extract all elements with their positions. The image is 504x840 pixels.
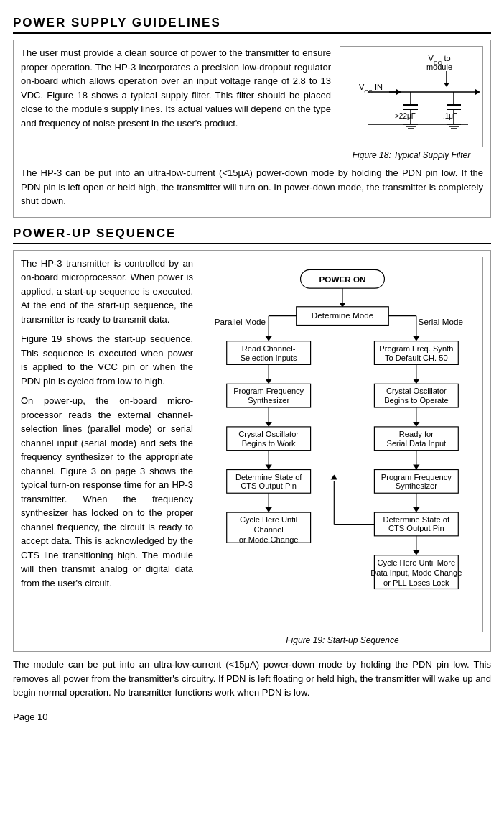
powerup-two-col: The HP-3 transmitter is controlled by an… xyxy=(21,257,483,646)
powerup-p2: Figure 19 shows the start-up sequence. T… xyxy=(21,332,193,388)
supply-filter-diagram: VCC to module VCC IN xyxy=(340,46,483,147)
svg-marker-79 xyxy=(413,464,419,469)
svg-marker-50 xyxy=(265,421,271,426)
svg-text:Parallel Mode: Parallel Mode xyxy=(215,317,266,326)
svg-text:Program Freq. Synth: Program Freq. Synth xyxy=(379,343,453,352)
supply-filter-caption: Figure 18: Typical Supply Filter xyxy=(340,150,483,160)
svg-text:>22μF: >22μF xyxy=(395,112,416,120)
svg-text:CTS Output Pin: CTS Output Pin xyxy=(241,481,297,490)
svg-text:Selection Inputs: Selection Inputs xyxy=(241,353,297,361)
svg-marker-40 xyxy=(413,336,419,341)
svg-text:Cycle Here Until More: Cycle Here Until More xyxy=(378,558,456,566)
svg-text:Program Frequency: Program Frequency xyxy=(381,472,452,481)
svg-text:Ready for: Ready for xyxy=(399,429,434,438)
svg-text:module: module xyxy=(426,63,452,71)
svg-text:Determine State of: Determine State of xyxy=(383,515,450,524)
svg-marker-69 xyxy=(413,379,419,384)
svg-text:Begins to Work: Begins to Work xyxy=(242,438,296,447)
svg-marker-45 xyxy=(265,379,271,384)
svg-text:Synthesizer: Synthesizer xyxy=(248,396,289,405)
powerup-para-after: The module can be put into an ultra-low-… xyxy=(13,657,491,700)
svg-text:Program Frequency: Program Frequency xyxy=(233,387,304,395)
svg-text:Cycle Here Until: Cycle Here Until xyxy=(240,515,297,524)
svg-text:Determine Mode: Determine Mode xyxy=(312,310,373,320)
supply-filter-svg: VCC to module VCC IN xyxy=(346,52,482,139)
svg-text:or PLL Loses Lock: or PLL Loses Lock xyxy=(383,578,449,586)
svg-text:CTS Output Pin: CTS Output Pin xyxy=(388,523,444,532)
svg-marker-37 xyxy=(265,336,271,341)
powerup-content: The HP-3 transmitter is controlled by an… xyxy=(13,250,491,652)
flowchart-caption: Figure 19: Start-up Sequence xyxy=(202,635,483,645)
flowchart-container: POWER ON Determine Mode Parallel Mode Se… xyxy=(202,257,483,633)
svg-marker-26 xyxy=(475,89,480,95)
power-supply-header: POWER SUPPLY GUIDELINES xyxy=(13,16,491,34)
svg-text:POWER ON: POWER ON xyxy=(319,274,366,283)
power-supply-text: The user must provide a clean source of … xyxy=(21,46,331,130)
svg-text:or Mode Change: or Mode Change xyxy=(239,535,299,544)
svg-marker-55 xyxy=(265,464,271,469)
svg-text:.1μF: .1μF xyxy=(443,112,457,120)
svg-marker-84 xyxy=(413,507,419,512)
powerup-p1: The HP-3 transmitter is controlled by an… xyxy=(21,257,193,327)
page-footer: Page 10 xyxy=(13,711,491,722)
svg-text:Channel: Channel xyxy=(253,525,283,534)
svg-text:Synthesizer: Synthesizer xyxy=(396,481,437,490)
svg-text:Read Channel-: Read Channel- xyxy=(242,343,296,352)
power-supply-section: POWER SUPPLY GUIDELINES The user must pr… xyxy=(13,16,491,218)
flowchart-svg: POWER ON Determine Mode Parallel Mode Se… xyxy=(208,263,477,624)
flowchart-col: POWER ON Determine Mode Parallel Mode Se… xyxy=(202,257,483,646)
svg-text:To Default CH. 50: To Default CH. 50 xyxy=(385,353,448,361)
svg-text:Crystal Oscillator: Crystal Oscillator xyxy=(386,387,447,395)
svg-text:Begins to Operate: Begins to Operate xyxy=(384,396,448,405)
svg-text:Serial Mode: Serial Mode xyxy=(419,317,463,326)
power-supply-para2: The HP-3 can be put into an ultra-low-cu… xyxy=(21,166,483,208)
powerup-header: POWER-UP SEQUENCE xyxy=(13,226,491,244)
svg-marker-96 xyxy=(331,474,337,479)
svg-text:Determine State of: Determine State of xyxy=(235,472,302,481)
power-supply-content: The user must provide a clean source of … xyxy=(13,40,491,218)
powerup-text-col: The HP-3 transmitter is controlled by an… xyxy=(21,257,193,596)
svg-marker-89 xyxy=(413,550,419,555)
svg-marker-3 xyxy=(444,83,449,87)
svg-text:Crystal Oscillator: Crystal Oscillator xyxy=(238,429,299,438)
svg-text:VCC IN: VCC IN xyxy=(359,83,383,95)
power-supply-two-col: The user must provide a clean source of … xyxy=(21,46,483,160)
svg-marker-74 xyxy=(413,421,419,426)
svg-text:Data Input, Mode Change: Data Input, Mode Change xyxy=(370,568,462,576)
powerup-p3: On power-up, the on-board micro-processo… xyxy=(21,394,193,590)
svg-marker-7 xyxy=(396,89,401,95)
svg-text:Serial Data Input: Serial Data Input xyxy=(387,438,447,447)
svg-marker-60 xyxy=(265,507,271,512)
supply-filter-figure: VCC to module VCC IN xyxy=(340,46,483,160)
powerup-section: POWER-UP SEQUENCE The HP-3 transmitter i… xyxy=(13,226,491,700)
